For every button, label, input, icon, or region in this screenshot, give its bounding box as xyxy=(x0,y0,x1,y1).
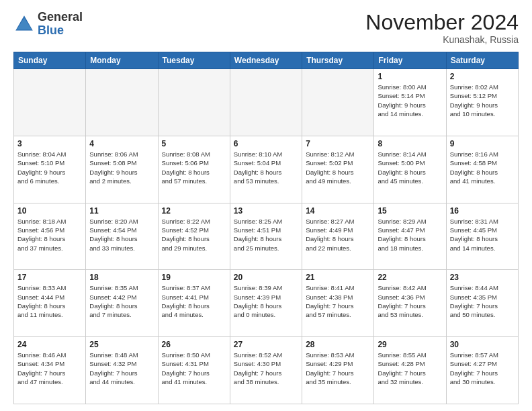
cal-cell: 23Sunrise: 8:44 AMSunset: 4:35 PMDayligh… xyxy=(446,270,518,337)
day-number: 12 xyxy=(162,206,226,216)
day-number: 16 xyxy=(450,206,515,216)
cal-cell: 30Sunrise: 8:57 AMSunset: 4:27 PMDayligh… xyxy=(446,337,518,404)
day-number: 17 xyxy=(17,273,82,282)
cal-cell xyxy=(230,69,302,136)
day-number: 4 xyxy=(89,139,154,148)
header-day-tuesday: Tuesday xyxy=(158,52,230,69)
day-number: 28 xyxy=(306,340,370,349)
cal-cell: 9Sunrise: 8:16 AMSunset: 4:58 PMDaylight… xyxy=(446,136,518,203)
day-number: 10 xyxy=(17,206,82,216)
day-info: Sunrise: 8:37 AMSunset: 4:41 PMDaylight:… xyxy=(162,283,226,319)
day-info: Sunrise: 8:31 AMSunset: 4:45 PMDaylight:… xyxy=(450,217,515,253)
day-number: 14 xyxy=(306,206,370,216)
page: General Blue November 2024 Kunashak, Rus… xyxy=(0,0,532,411)
location: Kunashak, Russia xyxy=(365,34,519,45)
day-info: Sunrise: 8:20 AMSunset: 4:54 PMDaylight:… xyxy=(89,217,154,253)
header: General Blue November 2024 Kunashak, Rus… xyxy=(13,11,519,45)
day-info: Sunrise: 8:29 AMSunset: 4:47 PMDaylight:… xyxy=(378,217,442,253)
day-info: Sunrise: 8:08 AMSunset: 5:06 PMDaylight:… xyxy=(162,150,226,185)
day-info: Sunrise: 8:42 AMSunset: 4:36 PMDaylight:… xyxy=(378,283,442,319)
day-number: 18 xyxy=(89,273,154,282)
cal-cell: 22Sunrise: 8:42 AMSunset: 4:36 PMDayligh… xyxy=(374,270,446,337)
week-row-2: 3Sunrise: 8:04 AMSunset: 5:10 PMDaylight… xyxy=(14,136,519,203)
day-info: Sunrise: 8:04 AMSunset: 5:10 PMDaylight:… xyxy=(17,150,82,185)
day-info: Sunrise: 8:48 AMSunset: 4:32 PMDaylight:… xyxy=(89,351,154,386)
cal-cell: 28Sunrise: 8:53 AMSunset: 4:29 PMDayligh… xyxy=(302,337,374,404)
day-info: Sunrise: 8:52 AMSunset: 4:30 PMDaylight:… xyxy=(234,351,298,386)
cal-cell: 7Sunrise: 8:12 AMSunset: 5:02 PMDaylight… xyxy=(302,136,374,203)
cal-cell xyxy=(302,69,374,136)
cal-cell: 12Sunrise: 8:22 AMSunset: 4:52 PMDayligh… xyxy=(158,203,230,270)
day-number: 5 xyxy=(162,139,226,148)
cal-cell: 5Sunrise: 8:08 AMSunset: 5:06 PMDaylight… xyxy=(158,136,230,203)
cal-cell: 11Sunrise: 8:20 AMSunset: 4:54 PMDayligh… xyxy=(86,203,158,270)
day-number: 15 xyxy=(378,206,442,216)
day-number: 29 xyxy=(378,340,442,349)
calendar: SundayMondayTuesdayWednesdayThursdayFrid… xyxy=(13,52,519,404)
svg-marker-1 xyxy=(17,17,32,30)
cal-cell: 17Sunrise: 8:33 AMSunset: 4:44 PMDayligh… xyxy=(14,270,86,337)
day-info: Sunrise: 8:12 AMSunset: 5:02 PMDaylight:… xyxy=(306,150,370,185)
header-day-wednesday: Wednesday xyxy=(230,52,302,69)
header-day-thursday: Thursday xyxy=(302,52,374,69)
cal-cell: 24Sunrise: 8:46 AMSunset: 4:34 PMDayligh… xyxy=(14,337,86,404)
day-number: 11 xyxy=(89,206,154,216)
logo-general: General xyxy=(38,10,83,24)
cal-cell: 18Sunrise: 8:35 AMSunset: 4:42 PMDayligh… xyxy=(86,270,158,337)
cal-cell: 16Sunrise: 8:31 AMSunset: 4:45 PMDayligh… xyxy=(446,203,518,270)
cal-cell: 14Sunrise: 8:27 AMSunset: 4:49 PMDayligh… xyxy=(302,203,374,270)
day-number: 6 xyxy=(234,139,298,148)
day-info: Sunrise: 8:41 AMSunset: 4:38 PMDaylight:… xyxy=(306,283,370,319)
day-info: Sunrise: 8:22 AMSunset: 4:52 PMDaylight:… xyxy=(162,217,226,253)
day-info: Sunrise: 8:25 AMSunset: 4:51 PMDaylight:… xyxy=(234,217,298,253)
cal-cell: 4Sunrise: 8:06 AMSunset: 5:08 PMDaylight… xyxy=(86,136,158,203)
cal-cell: 26Sunrise: 8:50 AMSunset: 4:31 PMDayligh… xyxy=(158,337,230,404)
day-number: 23 xyxy=(450,273,515,282)
day-info: Sunrise: 8:57 AMSunset: 4:27 PMDaylight:… xyxy=(450,351,515,386)
day-info: Sunrise: 8:44 AMSunset: 4:35 PMDaylight:… xyxy=(450,283,515,319)
cal-cell: 15Sunrise: 8:29 AMSunset: 4:47 PMDayligh… xyxy=(374,203,446,270)
day-number: 13 xyxy=(234,206,298,216)
day-number: 26 xyxy=(162,340,226,349)
day-info: Sunrise: 8:35 AMSunset: 4:42 PMDaylight:… xyxy=(89,283,154,319)
day-number: 27 xyxy=(234,340,298,349)
calendar-header: SundayMondayTuesdayWednesdayThursdayFrid… xyxy=(14,52,519,69)
cal-cell: 20Sunrise: 8:39 AMSunset: 4:39 PMDayligh… xyxy=(230,270,302,337)
day-info: Sunrise: 8:02 AMSunset: 5:12 PMDaylight:… xyxy=(450,83,515,118)
logo: General Blue xyxy=(13,11,83,38)
day-number: 25 xyxy=(89,340,154,349)
header-day-sunday: Sunday xyxy=(14,52,86,69)
day-info: Sunrise: 8:16 AMSunset: 4:58 PMDaylight:… xyxy=(450,150,515,185)
title-block: November 2024 Kunashak, Russia xyxy=(365,11,519,45)
header-row: SundayMondayTuesdayWednesdayThursdayFrid… xyxy=(14,52,519,69)
cal-cell xyxy=(86,69,158,136)
month-title: November 2024 xyxy=(365,11,519,34)
day-info: Sunrise: 8:18 AMSunset: 4:56 PMDaylight:… xyxy=(17,217,82,253)
cal-cell: 1Sunrise: 8:00 AMSunset: 5:14 PMDaylight… xyxy=(374,69,446,136)
day-number: 7 xyxy=(306,139,370,148)
week-row-3: 10Sunrise: 8:18 AMSunset: 4:56 PMDayligh… xyxy=(14,203,519,270)
day-info: Sunrise: 8:33 AMSunset: 4:44 PMDaylight:… xyxy=(17,283,82,319)
day-info: Sunrise: 8:53 AMSunset: 4:29 PMDaylight:… xyxy=(306,351,370,386)
cal-cell: 19Sunrise: 8:37 AMSunset: 4:41 PMDayligh… xyxy=(158,270,230,337)
cal-cell: 27Sunrise: 8:52 AMSunset: 4:30 PMDayligh… xyxy=(230,337,302,404)
calendar-body: 1Sunrise: 8:00 AMSunset: 5:14 PMDaylight… xyxy=(14,69,519,404)
cal-cell: 3Sunrise: 8:04 AMSunset: 5:10 PMDaylight… xyxy=(14,136,86,203)
cal-cell: 2Sunrise: 8:02 AMSunset: 5:12 PMDaylight… xyxy=(446,69,518,136)
cal-cell: 25Sunrise: 8:48 AMSunset: 4:32 PMDayligh… xyxy=(86,337,158,404)
cal-cell: 21Sunrise: 8:41 AMSunset: 4:38 PMDayligh… xyxy=(302,270,374,337)
day-number: 9 xyxy=(450,139,515,148)
week-row-4: 17Sunrise: 8:33 AMSunset: 4:44 PMDayligh… xyxy=(14,270,519,337)
day-info: Sunrise: 8:55 AMSunset: 4:28 PMDaylight:… xyxy=(378,351,442,386)
cal-cell: 10Sunrise: 8:18 AMSunset: 4:56 PMDayligh… xyxy=(14,203,86,270)
day-number: 8 xyxy=(378,139,442,148)
logo-blue: Blue xyxy=(38,24,64,37)
day-number: 1 xyxy=(378,72,442,81)
day-number: 19 xyxy=(162,273,226,282)
cal-cell xyxy=(14,69,86,136)
cal-cell: 8Sunrise: 8:14 AMSunset: 5:00 PMDaylight… xyxy=(374,136,446,203)
header-day-friday: Friday xyxy=(374,52,446,69)
cal-cell xyxy=(158,69,230,136)
day-info: Sunrise: 8:46 AMSunset: 4:34 PMDaylight:… xyxy=(17,351,82,386)
week-row-5: 24Sunrise: 8:46 AMSunset: 4:34 PMDayligh… xyxy=(14,337,519,404)
